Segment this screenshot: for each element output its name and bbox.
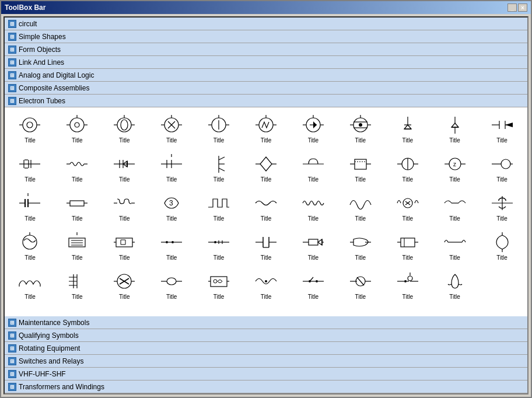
symbol-item-34[interactable]: Title [7, 227, 53, 265]
window-title: ToolBox Bar [5, 4, 46, 12]
symbol-label-6: Title [261, 137, 272, 144]
sidebar-item-maintenance[interactable]: ⊞ Maintentance Symbols [5, 316, 527, 329]
svg-point-121 [23, 235, 37, 249]
symbol-item-51[interactable]: Title [290, 266, 336, 304]
symbol-svg-14 [110, 153, 138, 175]
symbol-item-5[interactable]: Title [196, 110, 242, 148]
minimize-button[interactable]: _ [508, 4, 517, 12]
symbol-label-47: Title [119, 294, 130, 300]
sidebar-item-analog-digital[interactable]: ⊞ Analog and Digital Logic [5, 69, 527, 82]
symbol-item-32[interactable]: Title [432, 188, 478, 226]
symbol-item-45[interactable]: Title [7, 266, 53, 304]
symbol-svg-38 [205, 231, 233, 253]
symbol-item-33[interactable]: Title [479, 188, 525, 226]
symbol-item-38[interactable]: Title [196, 227, 242, 265]
symbol-item-17[interactable]: Title [243, 149, 289, 187]
symbols-area[interactable]: Title Title [5, 107, 527, 316]
cat-icon-transformers: ⊞ [8, 383, 16, 391]
symbol-item-16[interactable]: Title [196, 149, 242, 187]
symbol-item-48[interactable]: Title [149, 266, 195, 304]
cat-label-link-lines: Link And Lines [19, 58, 64, 67]
sidebar-item-rotating[interactable]: ⊞ Rotating Equipment [5, 342, 527, 355]
symbol-item-23[interactable]: Title [7, 188, 53, 226]
symbol-svg-9 [394, 114, 422, 136]
symbol-label-31: Title [402, 215, 413, 222]
symbol-item-14[interactable]: Title [102, 149, 148, 187]
cat-label-composite: Composite Assemblies [19, 84, 89, 92]
symbol-item-20[interactable]: Title [384, 149, 430, 187]
symbol-item-53[interactable]: Title [384, 266, 430, 304]
sidebar-item-simple-shapes[interactable]: ⊞ Simple Shapes [5, 30, 527, 43]
svg-point-135 [172, 241, 174, 243]
symbol-svg-32 [441, 192, 469, 214]
symbol-item-47[interactable]: Title [102, 266, 148, 304]
symbol-item-26[interactable]: 3 Title [149, 188, 195, 226]
symbol-item-24[interactable]: Title [54, 188, 100, 226]
symbol-item-37[interactable]: Title [149, 227, 195, 265]
sidebar-item-electron-tubes[interactable]: ⊞ Electron Tubes [5, 95, 527, 107]
close-button[interactable]: × [518, 4, 527, 12]
symbol-item-25[interactable]: Title [102, 188, 148, 226]
symbol-item-39[interactable]: Title [243, 227, 289, 265]
symbol-label-42: Title [402, 254, 413, 261]
symbol-item-7[interactable]: Title [290, 110, 336, 148]
symbol-item-9[interactable]: Title [384, 110, 430, 148]
symbol-item-49[interactable]: Title [196, 266, 242, 304]
symbol-item-11[interactable]: Title [479, 110, 525, 148]
symbol-item-12[interactable]: Title [7, 149, 53, 187]
symbol-item-10[interactable]: Title [432, 110, 478, 148]
symbol-item-2[interactable]: Title [54, 110, 100, 148]
symbol-item-18[interactable]: Title [290, 149, 336, 187]
sidebar-item-circuit[interactable]: ⊞ circult [5, 18, 527, 30]
symbol-item-43[interactable]: Title [432, 227, 478, 265]
sidebar-item-transformers[interactable]: ⊞ Transformers and Windings [5, 380, 527, 393]
symbol-svg-25 [110, 192, 138, 214]
symbol-item-50[interactable]: Title [243, 266, 289, 304]
symbol-item-28[interactable]: Title [243, 188, 289, 226]
svg-line-183 [310, 277, 313, 281]
symbol-label-20: Title [402, 176, 413, 183]
sidebar-item-composite[interactable]: ⊞ Composite Assemblies [5, 82, 527, 95]
symbol-item-44[interactable]: Title [479, 227, 525, 265]
cat-icon-circuit: ⊞ [8, 20, 16, 28]
symbol-label-5: Title [214, 137, 225, 144]
symbol-item-4[interactable]: Title [149, 110, 195, 148]
sidebar-item-qualifying[interactable]: ⊞ Qualifying Symbols [5, 329, 527, 342]
svg-text:3: 3 [169, 199, 173, 207]
symbol-item-8[interactable]: Title [337, 110, 383, 148]
sidebar-item-vhf[interactable]: ⊞ VHF-UHF-SHF [5, 368, 527, 380]
svg-line-82 [219, 168, 225, 171]
symbol-label-48: Title [166, 294, 177, 300]
symbol-item-52[interactable]: Title [337, 266, 383, 304]
symbol-item-30[interactable]: Title [337, 188, 383, 226]
symbol-item-42[interactable]: Title [384, 227, 430, 265]
symbol-item-1[interactable]: Title [7, 110, 53, 148]
cat-label-circuit: circult [19, 20, 37, 28]
symbol-svg-12 [16, 153, 44, 175]
symbol-svg-15 [158, 153, 186, 175]
symbol-item-27[interactable]: Title [196, 188, 242, 226]
sidebar-item-form-objects[interactable]: ⊞ Form Objects [5, 43, 527, 56]
symbol-item-13[interactable]: Title [54, 149, 100, 187]
symbol-item-36[interactable]: Title [102, 227, 148, 265]
cat-icon-analog-digital: ⊞ [8, 71, 16, 79]
symbol-item-22[interactable]: Title [479, 149, 525, 187]
symbol-item-21[interactable]: z Title [432, 149, 478, 187]
symbol-item-35[interactable]: Title [54, 227, 100, 265]
symbol-item-40[interactable]: Title [290, 227, 336, 265]
symbol-item-54[interactable]: Title [432, 266, 478, 304]
symbol-item-29[interactable]: Title [290, 188, 336, 226]
sidebar-item-switches[interactable]: ⊞ Switches and Relays [5, 355, 527, 368]
symbol-item-19[interactable]: Title [337, 149, 383, 187]
svg-point-177 [265, 280, 267, 282]
symbol-item-41[interactable]: Title [337, 227, 383, 265]
symbol-svg-20 [394, 153, 422, 175]
symbol-item-6[interactable]: Title [243, 110, 289, 148]
symbol-item-15[interactable]: Title [149, 149, 195, 187]
symbol-item-3[interactable]: Title [102, 110, 148, 148]
sidebar-item-link-lines[interactable]: ⊞ Link And Lines [5, 56, 527, 69]
symbol-item-31[interactable]: Title [384, 188, 430, 226]
svg-rect-173 [211, 277, 227, 287]
symbol-svg-44 [488, 231, 516, 253]
symbol-item-46[interactable]: Title [54, 266, 100, 304]
